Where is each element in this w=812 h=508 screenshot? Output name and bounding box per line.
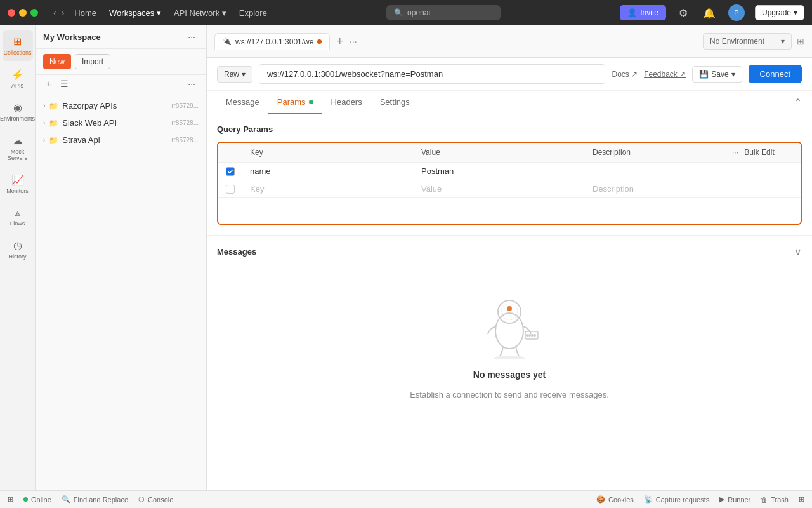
sidebar-more-button[interactable]: ··· <box>185 30 199 43</box>
filter-button[interactable]: ☰ <box>57 77 72 90</box>
tab-headers[interactable]: Headers <box>322 91 371 114</box>
collection-item-strava[interactable]: › 📁 Strava Api rr85728... <box>36 131 206 149</box>
collection-badge: rr85728... <box>171 119 199 126</box>
minimize-traffic-light[interactable] <box>19 9 27 17</box>
settings-button[interactable]: ⚙ <box>676 4 690 22</box>
status-online[interactable]: Online <box>23 496 51 504</box>
save-button[interactable]: 💾 Save ▾ <box>692 66 742 83</box>
nav-explore[interactable]: Explore <box>239 8 267 18</box>
cookies-icon: 🍪 <box>596 495 605 504</box>
svg-point-2 <box>501 304 518 320</box>
sidebar-item-history[interactable]: ◷ History <box>3 234 33 265</box>
more-options-button[interactable]: ··· <box>185 77 199 90</box>
request-bar: Raw ▾ Docs ↗ Feedback ↗ 💾 Save ▾ Connect <box>207 58 812 91</box>
url-input[interactable] <box>259 64 605 84</box>
row-checkbox[interactable] <box>226 167 235 176</box>
checkbox-col-header <box>218 143 242 163</box>
sidebar-item-mock-servers[interactable]: ☁ Mock Servers <box>3 130 33 166</box>
collapse-button[interactable]: ⌃ <box>794 97 802 109</box>
collection-name: Strava Api <box>62 135 167 145</box>
traffic-lights <box>8 9 38 17</box>
tab-message[interactable]: Message <box>217 91 268 114</box>
settings-tab-label: Settings <box>380 97 410 107</box>
runner-label: Runner <box>728 496 750 504</box>
trash-label: Trash <box>771 496 789 504</box>
app-body: ⊞ Collections ⚡ APIs ◉ Environments ☁ Mo… <box>0 25 812 490</box>
add-tab-button[interactable]: + <box>332 34 347 50</box>
connect-button[interactable]: Connect <box>749 65 802 83</box>
search-value: openai <box>407 8 430 17</box>
status-find-replace[interactable]: 🔍 Find and Replace <box>62 495 128 504</box>
status-cookies[interactable]: 🍪 Cookies <box>596 495 634 504</box>
request-tab-nav: Message Params Headers Settings ⌃ <box>207 91 812 114</box>
sidebar-item-environments[interactable]: ◉ Environments <box>3 97 33 127</box>
tab-websocket[interactable]: 🔌 ws://127.0.0.1:3001/we <box>214 33 330 50</box>
close-traffic-light[interactable] <box>8 9 15 17</box>
console-label: Console <box>148 496 173 504</box>
import-button[interactable]: Import <box>75 54 110 69</box>
environments-icon: ◉ <box>13 102 22 114</box>
value-col-header: Value <box>414 143 585 163</box>
apis-icon: ⚡ <box>11 69 24 81</box>
astronaut-illustration <box>471 283 547 359</box>
status-grid[interactable]: ⊞ <box>799 495 804 504</box>
status-bar-right: 🍪 Cookies 📡 Capture requests ▶ Runner 🗑 … <box>596 495 804 504</box>
messages-collapse-button[interactable]: ∨ <box>794 246 802 258</box>
bulk-edit-button[interactable]: Bulk Edit <box>744 148 774 157</box>
table-spacer <box>218 198 801 224</box>
monitors-label: Monitors <box>6 188 29 194</box>
upgrade-button[interactable]: Upgrade ▾ <box>755 5 804 20</box>
chevron-down-icon: ▾ <box>242 70 246 79</box>
runner-icon: ▶ <box>719 495 724 504</box>
status-console[interactable]: ⬡ Console <box>138 495 173 504</box>
nav-api-network[interactable]: API Network ▾ <box>174 8 226 18</box>
add-collection-button[interactable]: + <box>43 77 55 90</box>
flows-label: Flows <box>10 220 25 227</box>
save-icon: 💾 <box>699 70 709 79</box>
param-key: name <box>250 166 271 176</box>
environment-selector[interactable]: No Environment ▾ <box>703 33 792 50</box>
forward-arrow[interactable]: › <box>62 8 65 18</box>
feedback-link[interactable]: Feedback ↗ <box>644 70 686 79</box>
search-bar[interactable]: 🔍 openai <box>386 5 501 20</box>
params-active-dot <box>309 100 313 104</box>
status-trash[interactable]: 🗑 Trash <box>761 496 789 504</box>
params-table-wrapper: Key Value Description ··· Bulk Edit <box>217 142 802 225</box>
status-capture-requests[interactable]: 📡 Capture requests <box>644 495 709 504</box>
docs-link[interactable]: Docs ↗ <box>612 70 638 79</box>
nav-arrows: ‹ › <box>53 8 64 18</box>
workspace-title: My Workspace <box>43 32 101 42</box>
capture-label: Capture requests <box>656 496 709 504</box>
tab-params[interactable]: Params <box>268 91 322 114</box>
status-runner[interactable]: ▶ Runner <box>719 495 750 504</box>
collection-item-razorpay[interactable]: › 📁 Razorpay APIs rr85728... <box>36 97 206 114</box>
collection-item-slack[interactable]: › 📁 Slack Web API rr85728... <box>36 114 206 131</box>
row-checkbox-empty[interactable] <box>226 185 235 194</box>
nav-home[interactable]: Home <box>74 8 96 18</box>
tab-dot <box>317 39 322 44</box>
back-arrow[interactable]: ‹ <box>53 8 56 18</box>
invite-button[interactable]: 👤 Invite <box>620 5 666 20</box>
titlebar-nav: Home Workspaces ▾ API Network ▾ Explore <box>74 8 267 18</box>
messages-header[interactable]: Messages ∨ <box>217 246 802 258</box>
tab-more-button[interactable]: ··· <box>350 36 357 46</box>
sidebar-item-monitors[interactable]: 📈 Monitors <box>3 169 33 199</box>
fullscreen-traffic-light[interactable] <box>30 9 38 17</box>
sidebar-item-collections[interactable]: ⊞ Collections <box>3 30 33 61</box>
avatar: P <box>728 4 745 21</box>
method-selector[interactable]: Raw ▾ <box>217 66 252 83</box>
tab-settings[interactable]: Settings <box>371 91 419 114</box>
collections-label: Collections <box>3 50 31 56</box>
param-value-placeholder: Value <box>421 184 442 194</box>
grid-icon: ⊞ <box>799 495 804 504</box>
sidebar-item-apis[interactable]: ⚡ APIs <box>3 64 33 94</box>
messages-empty: No messages yet Establish a connection t… <box>217 258 802 425</box>
new-button[interactable]: New <box>43 54 71 69</box>
sidebar-item-flows[interactable]: ⟁ Flows <box>3 202 33 232</box>
layout-toggle-button[interactable]: ⊞ <box>797 36 804 46</box>
mock-servers-icon: ☁ <box>13 135 23 147</box>
notifications-button[interactable]: 🔔 <box>700 4 718 22</box>
status-layout-button[interactable]: ⊞ <box>8 495 13 504</box>
environments-label: Environments <box>0 116 35 122</box>
nav-workspaces[interactable]: Workspaces ▾ <box>109 8 161 18</box>
